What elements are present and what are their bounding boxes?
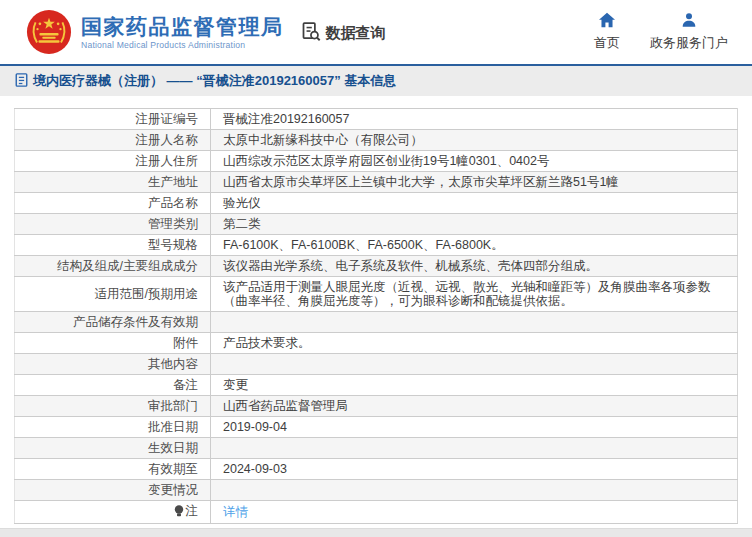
row-label-text: 变更情况	[148, 483, 198, 497]
row-label-text: 管理类别	[148, 217, 198, 231]
row-value: 山西省药品监督管理局	[211, 396, 738, 417]
row-label: 生产地址	[15, 172, 211, 193]
row-label: 注册人住所	[15, 151, 211, 172]
person-icon	[681, 12, 697, 31]
table-row: 适用范围/预期用途 该产品适用于测量人眼屈光度（近视、远视、散光、光轴和瞳距等）…	[15, 277, 738, 312]
table-row: 附件 产品技术要求。	[15, 333, 738, 354]
row-value-text: 晋械注准20192160057	[223, 112, 349, 126]
row-value-text: 验光仪	[223, 196, 261, 210]
table-row: 审批部门 山西省药品监督管理局	[15, 396, 738, 417]
row-value-text: 产品技术要求。	[223, 336, 311, 350]
detail-link[interactable]: 详情	[223, 505, 248, 519]
row-label: 变更情况	[15, 480, 211, 501]
row-value-text: 该产品适用于测量人眼屈光度（近视、远视、散光、光轴和瞳距等）及角膜曲率各项参数（…	[223, 280, 711, 308]
site-header: 国家药品监督管理局 National Medical Products Admi…	[0, 0, 752, 64]
nav-gov-portal-label: 政务服务门户	[650, 34, 728, 52]
row-value	[211, 354, 738, 375]
footer-strip	[0, 528, 752, 537]
row-value-text: 山西省太原市尖草坪区上兰镇中北大学，太原市尖草坪区新兰路51号1幢	[223, 175, 619, 189]
row-value: FA-6100K、FA-6100BK、FA-6500K、FA-6800K。	[211, 235, 738, 256]
table-row: 注 详情	[15, 501, 738, 524]
table-row: 有效期至 2024-09-03	[15, 459, 738, 480]
site-subtitle: National Medical Products Administration	[81, 40, 284, 50]
row-value-text: 2024-09-03	[223, 462, 287, 476]
nav-home[interactable]: 首页	[594, 12, 620, 52]
row-value-text: 变更	[223, 378, 248, 392]
table-row: 管理类别 第二类	[15, 214, 738, 235]
row-label-text: 备注	[173, 378, 198, 392]
row-label: 附件	[15, 333, 211, 354]
row-label-text: 审批部门	[148, 399, 198, 413]
row-label: 适用范围/预期用途	[15, 277, 211, 312]
data-query-link[interactable]: 数据查询	[300, 21, 386, 45]
row-label-text: 其他内容	[148, 357, 198, 371]
row-label: 结构及组成/主要组成成分	[15, 256, 211, 277]
row-value: 晋械注准20192160057	[211, 109, 738, 130]
row-value: 验光仪	[211, 193, 738, 214]
row-value: 该仪器由光学系统、电子系统及软件、机械系统、壳体四部分组成。	[211, 256, 738, 277]
row-value: 产品技术要求。	[211, 333, 738, 354]
row-value: 该产品适用于测量人眼屈光度（近视、远视、散光、光轴和瞳距等）及角膜曲率各项参数（…	[211, 277, 738, 312]
row-label-text: 有效期至	[148, 462, 198, 476]
table-row: 备注 变更	[15, 375, 738, 396]
data-query-label: 数据查询	[326, 24, 386, 43]
table-row: 其他内容	[15, 354, 738, 375]
row-value: 变更	[211, 375, 738, 396]
row-label-text: 注册人住所	[136, 154, 199, 168]
row-label: 生效日期	[15, 438, 211, 459]
table-row: 产品名称 验光仪	[15, 193, 738, 214]
row-label: 产品名称	[15, 193, 211, 214]
national-emblem-logo-icon	[26, 9, 72, 55]
nav-gov-portal[interactable]: 政务服务门户	[650, 12, 728, 52]
row-label-text: 生效日期	[148, 441, 198, 455]
header-nav: 首页 政务服务门户	[594, 12, 738, 52]
row-value: 山西省太原市尖草坪区上兰镇中北大学，太原市尖草坪区新兰路51号1幢	[211, 172, 738, 193]
row-value: 第二类	[211, 214, 738, 235]
row-value: 2024-09-03	[211, 459, 738, 480]
row-value: 山西综改示范区太原学府园区创业街19号1幢0301、0402号	[211, 151, 738, 172]
row-value: 太原中北新缘科技中心（有限公司）	[211, 130, 738, 151]
brand-text: 国家药品监督管理局 National Medical Products Admi…	[81, 15, 284, 50]
table-row: 生产地址 山西省太原市尖草坪区上兰镇中北大学，太原市尖草坪区新兰路51号1幢	[15, 172, 738, 193]
main-content: 注册证编号 晋械注准20192160057 注册人名称 太原中北新缘科技中心（有…	[0, 96, 752, 524]
row-value-text: 山西综改示范区太原学府园区创业街19号1幢0301、0402号	[223, 154, 549, 168]
site-title: 国家药品监督管理局	[81, 15, 284, 39]
row-label: 其他内容	[15, 354, 211, 375]
row-label-text: 适用范围/预期用途	[95, 287, 198, 301]
row-label-text: 注册人名称	[136, 133, 199, 147]
row-value-text: 山西省药品监督管理局	[223, 399, 348, 413]
row-value	[211, 438, 738, 459]
home-icon	[598, 12, 616, 31]
row-value-text: 该仪器由光学系统、电子系统及软件、机械系统、壳体四部分组成。	[223, 259, 598, 273]
row-label-text: 附件	[173, 336, 198, 350]
breadcrumb-text: 境内医疗器械（注册） —— “晋械注准20192160057” 基本信息	[33, 72, 396, 90]
brand: 国家药品监督管理局 National Medical Products Admi…	[26, 9, 284, 55]
row-label: 备注	[15, 375, 211, 396]
table-row: 生效日期	[15, 438, 738, 459]
table-row: 产品储存条件及有效期	[15, 312, 738, 333]
table-row: 注册人名称 太原中北新缘科技中心（有限公司）	[15, 130, 738, 151]
row-value-text: FA-6100K、FA-6100BK、FA-6500K、FA-6800K。	[223, 238, 504, 252]
registration-info-table: 注册证编号 晋械注准20192160057 注册人名称 太原中北新缘科技中心（有…	[14, 108, 738, 524]
table-row: 结构及组成/主要组成成分 该仪器由光学系统、电子系统及软件、机械系统、壳体四部分…	[15, 256, 738, 277]
row-value	[211, 480, 738, 501]
row-label-text: 产品名称	[148, 196, 198, 210]
row-label-text: 型号规格	[148, 238, 198, 252]
row-label: 型号规格	[15, 235, 211, 256]
table-row: 批准日期 2019-09-04	[15, 417, 738, 438]
nav-home-label: 首页	[594, 34, 620, 52]
row-value-text: 第二类	[223, 217, 261, 231]
row-value: 详情	[211, 501, 738, 524]
row-label-text: 注	[186, 504, 199, 518]
table-row: 变更情况	[15, 480, 738, 501]
row-label-text: 批准日期	[148, 420, 198, 434]
row-label: 有效期至	[15, 459, 211, 480]
table-row: 注册证编号 晋械注准20192160057	[15, 109, 738, 130]
document-icon	[15, 73, 28, 90]
row-label-text: 产品储存条件及有效期	[73, 315, 198, 329]
row-label-text: 注册证编号	[136, 112, 199, 126]
row-value-text: 2019-09-04	[223, 420, 287, 434]
row-label: 管理类别	[15, 214, 211, 235]
note-bulb-icon	[174, 505, 184, 520]
table-row: 型号规格 FA-6100K、FA-6100BK、FA-6500K、FA-6800…	[15, 235, 738, 256]
